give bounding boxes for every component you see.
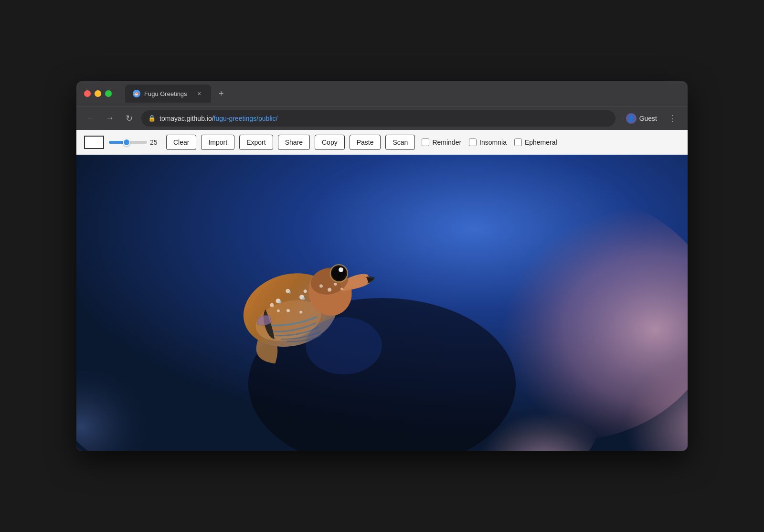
insomnia-option[interactable]: Insomnia — [469, 138, 507, 146]
back-button[interactable]: ← — [84, 112, 97, 125]
export-button[interactable]: Export — [239, 135, 273, 150]
profile-area: 👤 Guest ⋮ — [621, 111, 680, 126]
fish-scene-svg — [76, 155, 688, 451]
color-picker[interactable] — [84, 136, 104, 149]
share-button[interactable]: Share — [278, 135, 310, 150]
forward-button[interactable]: → — [103, 112, 117, 125]
slider-thumb — [123, 138, 130, 146]
tab-close-button[interactable]: × — [195, 89, 203, 98]
size-slider[interactable] — [109, 141, 147, 144]
profile-avatar-icon: 👤 — [626, 113, 637, 124]
browser-window: 🐡 Fugu Greetings × + ← → ↻ 🔒 tomayac.git… — [76, 81, 688, 451]
options-group: Reminder Insomnia Ephemeral — [422, 138, 557, 146]
slider-value-display: 25 — [150, 138, 161, 146]
ephemeral-label: Ephemeral — [525, 138, 557, 146]
title-bar: 🐡 Fugu Greetings × + — [76, 81, 688, 106]
app-toolbar: 25 Clear Import Export Share Copy Paste … — [76, 130, 688, 155]
minimize-button[interactable] — [95, 90, 101, 97]
url-static-part: tomayac.github.io/ — [159, 115, 214, 122]
address-bar[interactable]: 🔒 tomayac.github.io/fugu-greetings/publi… — [141, 110, 615, 127]
insomnia-label: Insomnia — [479, 138, 507, 146]
webpage-content: 25 Clear Import Export Share Copy Paste … — [76, 130, 688, 451]
new-tab-button[interactable]: + — [215, 87, 228, 101]
browser-menu-button[interactable]: ⋮ — [666, 111, 680, 126]
reminder-checkbox[interactable] — [422, 138, 429, 146]
forward-icon: → — [106, 113, 114, 123]
reminder-option[interactable]: Reminder — [422, 138, 461, 146]
tab-favicon: 🐡 — [133, 90, 140, 97]
ephemeral-checkbox[interactable] — [514, 138, 522, 146]
tab-title: Fugu Greetings — [144, 90, 187, 97]
tab-area: 🐡 Fugu Greetings × + — [125, 85, 680, 103]
reload-button[interactable]: ↻ — [122, 112, 136, 125]
back-icon: ← — [86, 113, 95, 123]
canvas-area[interactable] — [76, 155, 688, 451]
profile-button[interactable]: 👤 Guest — [621, 111, 662, 126]
security-lock-icon: 🔒 — [148, 115, 156, 122]
ephemeral-option[interactable]: Ephemeral — [514, 138, 557, 146]
reload-icon: ↻ — [126, 113, 133, 124]
import-button[interactable]: Import — [201, 135, 234, 150]
reminder-label: Reminder — [432, 138, 461, 146]
scan-button[interactable]: Scan — [385, 135, 415, 150]
close-button[interactable] — [84, 90, 91, 97]
nav-bar: ← → ↻ 🔒 tomayac.github.io/fugu-greetings… — [76, 106, 688, 130]
traffic-lights — [84, 90, 112, 97]
svg-point-33 — [306, 317, 382, 374]
clear-button[interactable]: Clear — [166, 135, 196, 150]
size-slider-container: 25 — [109, 138, 161, 146]
fish-background — [76, 155, 688, 451]
profile-label: Guest — [639, 115, 657, 122]
maximize-button[interactable] — [105, 90, 112, 97]
copy-button[interactable]: Copy — [315, 135, 345, 150]
url-display: tomayac.github.io/fugu-greetings/public/ — [159, 115, 278, 122]
paste-button[interactable]: Paste — [350, 135, 381, 150]
insomnia-checkbox[interactable] — [469, 138, 477, 146]
active-tab[interactable]: 🐡 Fugu Greetings × — [125, 85, 211, 103]
url-path-part: fugu-greetings/public/ — [214, 115, 278, 122]
